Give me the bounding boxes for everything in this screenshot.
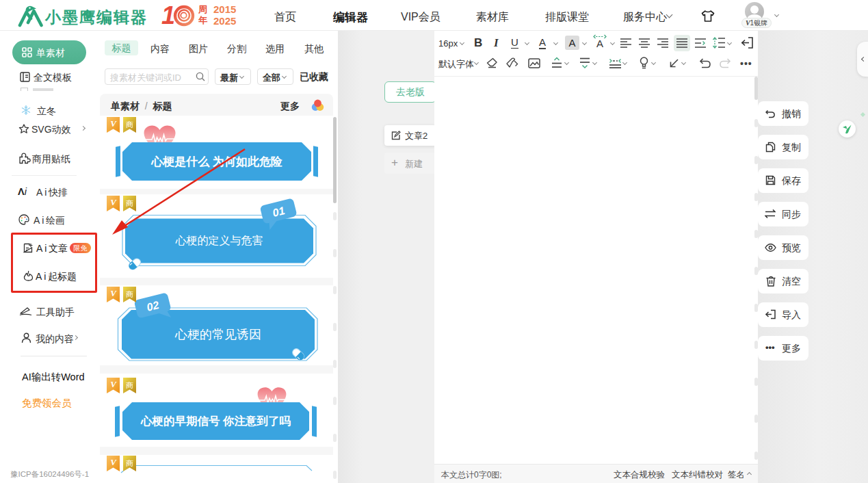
svg-text:商: 商 — [126, 290, 133, 298]
svg-text:V: V — [110, 379, 117, 389]
svg-text:商: 商 — [126, 459, 133, 467]
svg-text:商: 商 — [126, 381, 133, 389]
svg-text:V: V — [110, 457, 117, 467]
svg-text:商: 商 — [126, 120, 133, 129]
svg-text:V: V — [110, 118, 117, 129]
svg-text:A: A — [596, 38, 603, 49]
svg-text:V: V — [110, 288, 117, 298]
